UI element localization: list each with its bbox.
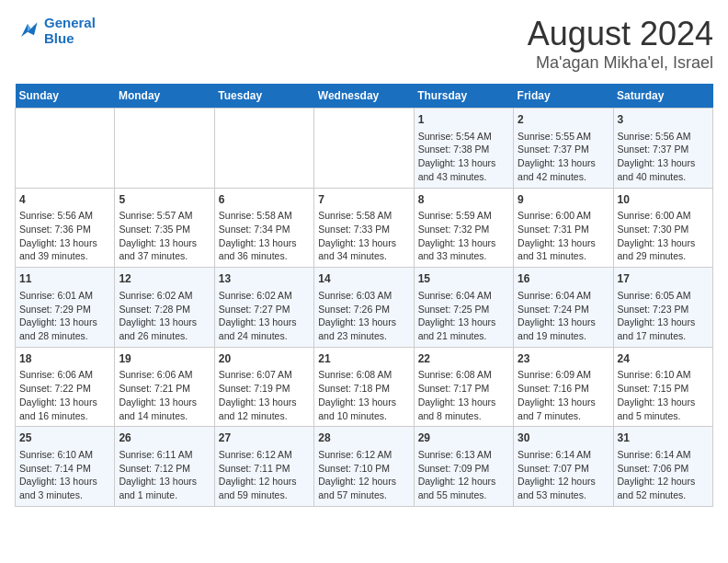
day-info: Sunrise: 6:02 AM Sunset: 7:28 PM Dayligh…: [119, 289, 210, 343]
calendar-cell: 6Sunrise: 5:58 AM Sunset: 7:34 PM Daylig…: [214, 188, 313, 268]
calendar-cell: 29Sunrise: 6:13 AM Sunset: 7:09 PM Dayli…: [414, 427, 513, 507]
page-title: August 2024: [528, 15, 713, 53]
day-number: 28: [318, 431, 409, 446]
day-number: 14: [318, 271, 409, 287]
day-number: 6: [219, 192, 310, 208]
day-info: Sunrise: 5:58 AM Sunset: 7:33 PM Dayligh…: [318, 209, 409, 263]
day-info: Sunrise: 6:10 AM Sunset: 7:14 PM Dayligh…: [19, 448, 110, 502]
weekday-header: Tuesday: [214, 84, 313, 109]
calendar-cell: 20Sunrise: 6:07 AM Sunset: 7:19 PM Dayli…: [214, 347, 313, 427]
day-number: 22: [418, 351, 509, 367]
day-info: Sunrise: 6:12 AM Sunset: 7:10 PM Dayligh…: [318, 448, 409, 502]
weekday-header: Saturday: [613, 84, 712, 109]
calendar-cell: 22Sunrise: 6:08 AM Sunset: 7:17 PM Dayli…: [414, 347, 513, 427]
day-number: 26: [119, 431, 210, 446]
weekday-header: Friday: [514, 84, 613, 109]
calendar-week-row: 18Sunrise: 6:06 AM Sunset: 7:22 PM Dayli…: [16, 347, 713, 427]
day-number: 18: [19, 351, 110, 367]
day-number: 8: [418, 192, 509, 208]
calendar-cell: 26Sunrise: 6:11 AM Sunset: 7:12 PM Dayli…: [115, 427, 214, 507]
day-info: Sunrise: 6:12 AM Sunset: 7:11 PM Dayligh…: [219, 448, 310, 502]
calendar-cell: 19Sunrise: 6:06 AM Sunset: 7:21 PM Dayli…: [115, 347, 214, 427]
day-info: Sunrise: 6:05 AM Sunset: 7:23 PM Dayligh…: [618, 289, 709, 343]
calendar-cell: 4Sunrise: 5:56 AM Sunset: 7:36 PM Daylig…: [16, 188, 115, 268]
day-number: 24: [618, 351, 709, 367]
calendar-cell: 17Sunrise: 6:05 AM Sunset: 7:23 PM Dayli…: [613, 268, 712, 348]
title-block: August 2024 Ma'agan Mikha'el, Israel: [528, 15, 713, 73]
day-info: Sunrise: 6:08 AM Sunset: 7:17 PM Dayligh…: [418, 368, 509, 422]
weekday-header: Sunday: [16, 84, 115, 109]
day-number: 19: [119, 351, 210, 367]
day-info: Sunrise: 5:59 AM Sunset: 7:32 PM Dayligh…: [418, 209, 509, 263]
calendar-cell: 13Sunrise: 6:02 AM Sunset: 7:27 PM Dayli…: [214, 268, 313, 348]
calendar-cell: 9Sunrise: 6:00 AM Sunset: 7:31 PM Daylig…: [514, 188, 613, 268]
calendar-cell: 25Sunrise: 6:10 AM Sunset: 7:14 PM Dayli…: [16, 427, 115, 507]
calendar-cell: 1Sunrise: 5:54 AM Sunset: 7:38 PM Daylig…: [414, 109, 513, 189]
day-number: 12: [119, 271, 210, 287]
day-number: 30: [518, 431, 609, 446]
day-number: 15: [418, 271, 509, 287]
day-number: 29: [418, 431, 509, 446]
day-info: Sunrise: 5:56 AM Sunset: 7:36 PM Dayligh…: [19, 209, 110, 263]
day-number: 27: [219, 431, 310, 446]
calendar-cell: 8Sunrise: 5:59 AM Sunset: 7:32 PM Daylig…: [414, 188, 513, 268]
day-info: Sunrise: 6:11 AM Sunset: 7:12 PM Dayligh…: [119, 448, 210, 502]
day-info: Sunrise: 6:06 AM Sunset: 7:22 PM Dayligh…: [19, 368, 110, 422]
calendar-week-row: 25Sunrise: 6:10 AM Sunset: 7:14 PM Dayli…: [16, 427, 713, 507]
logo: General Blue: [15, 15, 96, 46]
calendar-cell: 28Sunrise: 6:12 AM Sunset: 7:10 PM Dayli…: [314, 427, 414, 507]
calendar-cell: 18Sunrise: 6:06 AM Sunset: 7:22 PM Dayli…: [16, 347, 115, 427]
day-info: Sunrise: 6:13 AM Sunset: 7:09 PM Dayligh…: [418, 448, 509, 502]
weekday-header: Monday: [115, 84, 214, 109]
calendar-cell: 21Sunrise: 6:08 AM Sunset: 7:18 PM Dayli…: [314, 347, 414, 427]
day-number: 3: [618, 112, 709, 128]
day-info: Sunrise: 6:03 AM Sunset: 7:26 PM Dayligh…: [318, 289, 409, 343]
day-info: Sunrise: 6:07 AM Sunset: 7:19 PM Dayligh…: [219, 368, 310, 422]
calendar-cell: 5Sunrise: 5:57 AM Sunset: 7:35 PM Daylig…: [115, 188, 214, 268]
day-number: 16: [518, 271, 609, 287]
day-number: 23: [518, 351, 609, 367]
day-number: 25: [19, 431, 110, 446]
day-info: Sunrise: 6:06 AM Sunset: 7:21 PM Dayligh…: [119, 368, 210, 422]
calendar-cell: 16Sunrise: 6:04 AM Sunset: 7:24 PM Dayli…: [514, 268, 613, 348]
day-number: 2: [518, 112, 609, 128]
logo-text: General Blue: [44, 15, 96, 46]
day-info: Sunrise: 5:55 AM Sunset: 7:37 PM Dayligh…: [518, 130, 609, 184]
day-info: Sunrise: 6:14 AM Sunset: 7:07 PM Dayligh…: [518, 448, 609, 502]
weekday-header-row: SundayMondayTuesdayWednesdayThursdayFrid…: [16, 84, 713, 109]
calendar-cell: 27Sunrise: 6:12 AM Sunset: 7:11 PM Dayli…: [214, 427, 313, 507]
calendar-cell: 23Sunrise: 6:09 AM Sunset: 7:16 PM Dayli…: [514, 347, 613, 427]
calendar-cell: 30Sunrise: 6:14 AM Sunset: 7:07 PM Dayli…: [514, 427, 613, 507]
day-info: Sunrise: 6:04 AM Sunset: 7:25 PM Dayligh…: [418, 289, 509, 343]
day-info: Sunrise: 6:14 AM Sunset: 7:06 PM Dayligh…: [618, 448, 709, 502]
day-info: Sunrise: 5:58 AM Sunset: 7:34 PM Dayligh…: [219, 209, 310, 263]
calendar-cell: 12Sunrise: 6:02 AM Sunset: 7:28 PM Dayli…: [115, 268, 214, 348]
day-info: Sunrise: 6:00 AM Sunset: 7:30 PM Dayligh…: [618, 209, 709, 263]
calendar-table: SundayMondayTuesdayWednesdayThursdayFrid…: [15, 84, 713, 507]
day-number: 5: [119, 192, 210, 208]
day-info: Sunrise: 5:54 AM Sunset: 7:38 PM Dayligh…: [418, 130, 509, 184]
page-header: General Blue August 2024 Ma'agan Mikha'e…: [15, 15, 713, 73]
day-number: 7: [318, 192, 409, 208]
calendar-cell: [16, 109, 115, 189]
day-number: 31: [618, 431, 709, 446]
day-info: Sunrise: 6:08 AM Sunset: 7:18 PM Dayligh…: [318, 368, 409, 422]
calendar-week-row: 4Sunrise: 5:56 AM Sunset: 7:36 PM Daylig…: [16, 188, 713, 268]
day-number: 21: [318, 351, 409, 367]
day-info: Sunrise: 6:04 AM Sunset: 7:24 PM Dayligh…: [518, 289, 609, 343]
calendar-cell: 3Sunrise: 5:56 AM Sunset: 7:37 PM Daylig…: [613, 109, 712, 189]
day-number: 10: [618, 192, 709, 208]
day-number: 11: [19, 271, 110, 287]
calendar-cell: 14Sunrise: 6:03 AM Sunset: 7:26 PM Dayli…: [314, 268, 414, 348]
calendar-cell: 2Sunrise: 5:55 AM Sunset: 7:37 PM Daylig…: [514, 109, 613, 189]
calendar-cell: 15Sunrise: 6:04 AM Sunset: 7:25 PM Dayli…: [414, 268, 513, 348]
day-info: Sunrise: 5:57 AM Sunset: 7:35 PM Dayligh…: [119, 209, 210, 263]
day-number: 1: [418, 112, 509, 128]
calendar-cell: 7Sunrise: 5:58 AM Sunset: 7:33 PM Daylig…: [314, 188, 414, 268]
calendar-week-row: 1Sunrise: 5:54 AM Sunset: 7:38 PM Daylig…: [16, 109, 713, 189]
day-number: 17: [618, 271, 709, 287]
day-info: Sunrise: 5:56 AM Sunset: 7:37 PM Dayligh…: [618, 130, 709, 184]
calendar-cell: 31Sunrise: 6:14 AM Sunset: 7:06 PM Dayli…: [613, 427, 712, 507]
weekday-header: Wednesday: [314, 84, 414, 109]
calendar-cell: [314, 109, 414, 189]
